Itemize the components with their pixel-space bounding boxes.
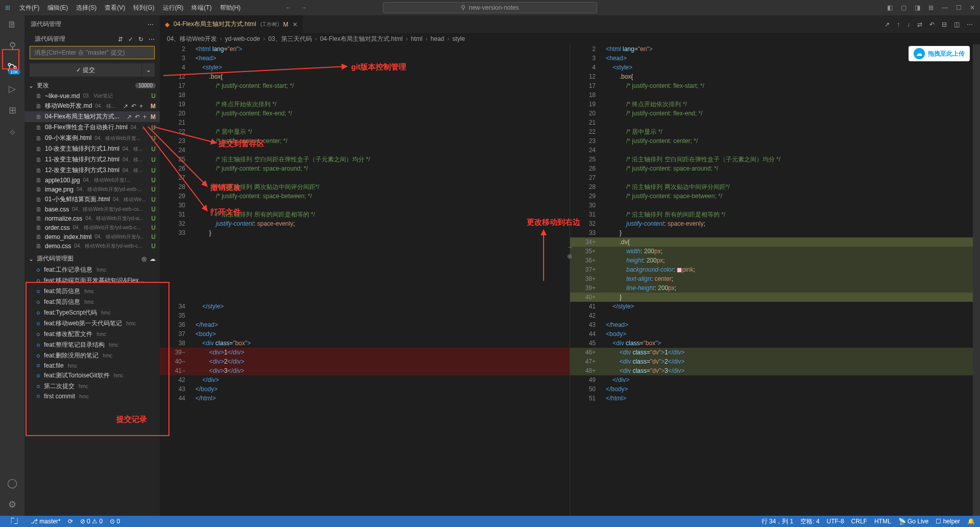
commit-row[interactable]: feat:测试TortoiseGit软件 hmc <box>24 370 160 381</box>
layout-icon[interactable]: ▢ <box>901 4 906 11</box>
stage-icon[interactable]: + <box>139 103 143 110</box>
move-right-icon[interactable]: → <box>567 244 573 251</box>
layout-icon[interactable]: ◨ <box>915 4 920 11</box>
commit-dropdown[interactable]: ⌄ <box>141 63 155 77</box>
changed-file-row[interactable]: 🗎image.png 04、移动Web开发/yd-web-...U <box>24 185 160 194</box>
breadcrumb-item[interactable]: 04、移动Web开发 <box>167 35 217 43</box>
toggle-icon[interactable]: ⇄ <box>917 21 922 28</box>
menu-item[interactable]: 查看(V) <box>101 0 129 15</box>
remote-icon[interactable]: ⟐ <box>6 126 18 138</box>
helper[interactable]: ☐ helper <box>936 518 960 525</box>
menu-item[interactable]: 转到(G) <box>129 0 158 15</box>
maximize-icon[interactable]: ☐ <box>956 4 962 11</box>
commit-row[interactable]: feat:TypeScript代码 hmc <box>24 307 160 318</box>
changed-file-row[interactable]: 🗎demo_index.html 04、移动Web开发/y...U <box>24 232 160 242</box>
breadcrumb-item[interactable]: html <box>411 35 423 42</box>
changed-file-row[interactable]: 🗎demo.css 04、移动Web开发/yd-web-c...U <box>24 242 160 251</box>
ports-indicator[interactable]: ⊙ 0 <box>110 518 120 525</box>
changes-header[interactable]: 更改 10000 <box>24 80 160 91</box>
commit-row[interactable]: feat:修改配置文件 hmc <box>24 329 160 340</box>
extensions-icon[interactable]: ⊞ <box>6 104 18 116</box>
changed-file-row[interactable]: 🗎11-改变主轴排列方式2.html 04、移...U <box>24 154 160 165</box>
next-diff-icon[interactable]: ↓ <box>907 21 910 28</box>
breadcrumb-item[interactable]: head <box>431 35 445 42</box>
layout-icon[interactable]: ◧ <box>887 4 893 11</box>
prev-diff-icon[interactable]: ↑ <box>897 21 900 28</box>
commit-row[interactable]: first commit hmc <box>24 392 160 401</box>
branch-indicator[interactable]: ⎇ master* <box>31 518 61 525</box>
settings-icon[interactable]: ⚙ <box>6 498 18 511</box>
command-center[interactable]: ⚲ new-version-notes <box>383 2 597 13</box>
move-right-icon[interactable]: ⊕ <box>567 253 573 260</box>
editor-tab[interactable]: ◆ 04-Flex布局主轴对其方式.html (工作树) M ✕ <box>160 15 303 33</box>
eol[interactable]: CRLF <box>851 518 867 525</box>
commit-icon[interactable]: ✓ <box>128 36 133 43</box>
commits-header[interactable]: 源代码管理图 ◎ ☁ <box>24 253 160 265</box>
explorer-icon[interactable]: 🗎 <box>6 18 18 31</box>
changed-file-row[interactable]: 🗎base.css 04、移动Web开发/yd-web-co...U <box>24 205 160 214</box>
breadcrumb-item[interactable]: 03、第三天代码 <box>268 35 312 43</box>
changed-file-row[interactable]: 🗎order.css 04、移动Web开发/yd-web-c...U <box>24 223 160 232</box>
commit-button[interactable]: ✓ 提交 <box>30 63 141 77</box>
nav-back-icon[interactable]: ← <box>285 4 291 11</box>
problems-indicator[interactable]: ⊘ 0 ⚠ 0 <box>80 518 103 525</box>
layout-icon[interactable]: ⊞ <box>928 4 934 11</box>
account-icon[interactable]: ◯ <box>6 477 18 489</box>
upload-badge[interactable]: ☁ 拖拽至此上传 <box>909 46 970 61</box>
commit-row[interactable]: feat:移动web第一天代码笔记 hmc <box>24 318 160 329</box>
menu-item[interactable]: 编辑(E) <box>43 0 72 15</box>
commit-row[interactable]: 第二次提交 hmc <box>24 381 160 392</box>
menu-item[interactable]: 帮助(H) <box>216 0 245 15</box>
minimize-icon[interactable]: — <box>942 4 948 11</box>
target-icon[interactable]: ◎ <box>141 255 146 262</box>
changed-file-row[interactable]: 🗎08-Flex弹性盒子自动换行.html 04、...U <box>24 122 160 133</box>
refresh-icon[interactable]: ↻ <box>138 36 143 43</box>
revert-icon[interactable]: ↶ <box>929 21 935 28</box>
notifications-icon[interactable]: 🔔 <box>967 518 975 525</box>
changed-file-row[interactable]: 🗎移动Web开发.md 04、移...↗↶+M <box>24 101 160 111</box>
commit-row[interactable]: feat:整理笔记目录结构 hmc <box>24 340 160 350</box>
changed-file-row[interactable]: 🗎04-Flex布局主轴对其方式... ↗↶+M <box>24 111 160 122</box>
diff-left-pane[interactable]: 2<html lang="en">3<head>4 <style>12 .box… <box>160 44 570 516</box>
scm-section-header[interactable]: 源代码管理 ⇵ ✓ ↻ ⋯ <box>24 33 160 45</box>
changed-file-row[interactable]: 🗎~like-vue.md 03、Vue笔记U <box>24 91 160 101</box>
more-icon[interactable]: ⋯ <box>967 21 973 28</box>
changed-file-row[interactable]: 🗎10-改变主轴排列方式1.html 04、移...U <box>24 143 160 154</box>
sync-icon[interactable]: ⟳ <box>68 518 73 525</box>
changed-file-row[interactable]: 🗎01-小兔鲜结算页面.html 04、移动We...U <box>24 194 160 205</box>
breadcrumb-item[interactable]: style <box>452 35 465 42</box>
split-icon[interactable]: ◫ <box>954 21 960 28</box>
search-icon[interactable]: ⚲ <box>6 40 18 52</box>
close-icon[interactable]: ✕ <box>970 4 975 11</box>
changed-file-row[interactable]: 🗎apple100.jpg 04、移动Web开发/...U <box>24 176 160 185</box>
discard-icon[interactable]: ↶ <box>135 113 140 121</box>
debug-icon[interactable]: ▷ <box>6 83 18 95</box>
encoding[interactable]: UTF-8 <box>827 518 844 525</box>
discard-icon[interactable]: ↶ <box>131 103 136 110</box>
changed-file-row[interactable]: 🗎09-小米案例.html 04、移动Web开发...U <box>24 133 160 143</box>
cursor-position[interactable]: 行 34，列 1 <box>762 517 794 526</box>
open-file-icon[interactable]: ↗ <box>123 103 128 110</box>
view-tree-icon[interactable]: ⇵ <box>118 36 123 43</box>
menu-item[interactable]: 终端(T) <box>187 0 215 15</box>
open-file-icon[interactable]: ↗ <box>127 113 132 121</box>
stage-icon[interactable]: + <box>143 113 146 121</box>
breadcrumb-item[interactable]: 04-Flex布局主轴对其方式.html <box>320 35 403 43</box>
commit-row[interactable]: feat:移动端页面开发基础知识&Flex布局... <box>24 275 160 286</box>
commit-row[interactable]: feat:file hmc <box>24 361 160 370</box>
go-live[interactable]: 📡 Go Live <box>898 518 929 525</box>
menu-item[interactable]: 选择(S) <box>72 0 101 15</box>
close-tab-icon[interactable]: ✕ <box>292 21 298 28</box>
changed-file-row[interactable]: 🗎12-改变主轴排列方式3.html 04、移...U <box>24 165 160 176</box>
commit-row[interactable]: feat:工作记录信息 hmc <box>24 265 160 275</box>
more-icon[interactable]: ⋯ <box>149 36 155 43</box>
menu-item[interactable]: 运行(R) <box>159 0 188 15</box>
diff-right-pane[interactable]: 2<html lang="en">3<head>4 <style>12 .box… <box>570 44 980 516</box>
nav-forward-icon[interactable]: → <box>301 4 307 11</box>
commit-row[interactable]: feat:简历信息 hmc <box>24 286 160 297</box>
menu-item[interactable]: 文件(F) <box>15 0 43 15</box>
open-file-icon[interactable]: ↗ <box>885 21 890 28</box>
indentation[interactable]: 空格: 4 <box>800 517 819 526</box>
breadcrumb[interactable]: 04、移动Web开发›yd-web-code›03、第三天代码›04-Flex布… <box>160 33 980 44</box>
language-mode[interactable]: HTML <box>874 518 891 525</box>
